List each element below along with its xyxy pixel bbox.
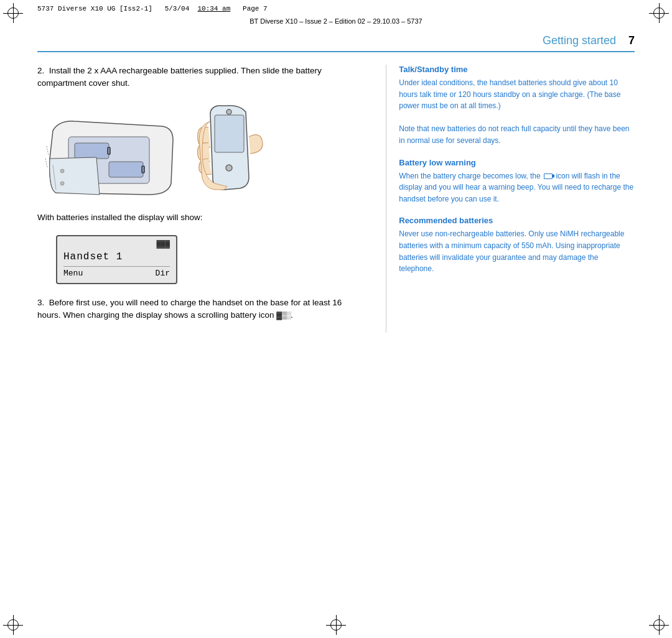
section3-heading: Recommended batteries — [399, 216, 635, 225]
header-subtitle: BT Diverse X10 – Issue 2 – Edition 02 – … — [0, 17, 672, 25]
section2-heading: Battery low warning — [399, 158, 635, 167]
header-top-text: 5737 Diverse X10 UG [Iss2-1] 5/3/04 10:3… — [37, 5, 268, 12]
svg-line-8 — [47, 146, 49, 155]
hand-illustration — [193, 103, 280, 196]
battery-icon-display: ▓▓▓ — [156, 240, 170, 249]
display-main-text: Handset 1 — [63, 251, 170, 262]
svg-point-12 — [226, 165, 232, 171]
svg-rect-1 — [75, 143, 109, 159]
step-3-number: 3. — [37, 298, 44, 307]
header-top: 5737 Diverse X10 UG [Iss2-1] 5/3/04 10:3… — [37, 5, 635, 12]
right-column: Talk/Standby time Under ideal conditions… — [386, 65, 635, 333]
page-title: Getting started — [543, 34, 616, 47]
section1-body: Under ideal conditions, the handset batt… — [399, 77, 635, 147]
images-row — [37, 103, 367, 196]
step-3-text: Before first use, you will need to charg… — [37, 298, 342, 320]
display-bottom-row: Menu Dir — [63, 266, 170, 278]
page-content: Getting started 7 2. Install the 2 x AAA… — [37, 34, 635, 613]
svg-rect-10 — [215, 115, 244, 152]
svg-line-9 — [45, 159, 47, 168]
reg-mark-bottom-right — [653, 619, 665, 631]
display-caption: With batteries installed the display wil… — [37, 211, 367, 224]
section3-body: Never use non-rechargeable batteries. On… — [399, 228, 635, 274]
left-column: 2. Install the 2 x AAA rechargeable batt… — [37, 65, 367, 333]
reg-mark-bottom-left — [7, 619, 19, 631]
display-menu: Menu — [63, 269, 83, 278]
section1-heading: Talk/Standby time — [399, 65, 635, 74]
step-2-text: Install the 2 x AAA rechargeable batteri… — [37, 66, 322, 88]
step-2: 2. Install the 2 x AAA rechargeable batt… — [37, 65, 367, 90]
display-mockup: ▓▓▓ Handset 1 Menu Dir — [56, 235, 177, 284]
step-3: 3. Before first use, you will need to ch… — [37, 297, 367, 322]
display-dir: Dir — [156, 269, 170, 278]
display-top-bar: ▓▓▓ — [63, 240, 170, 249]
step-2-number: 2. — [37, 66, 44, 75]
section2-body: When the battery charge becomes low, the… — [399, 170, 635, 205]
svg-rect-4 — [142, 166, 144, 173]
scroll-battery-icon: ▓▒░ — [276, 310, 291, 321]
svg-point-7 — [60, 182, 64, 185]
svg-point-11 — [226, 109, 231, 114]
reg-mark-bottom-middle — [330, 619, 342, 631]
two-col-layout: 2. Install the 2 x AAA rechargeable batt… — [37, 65, 635, 333]
svg-rect-2 — [108, 147, 110, 154]
page-header: Getting started 7 — [37, 34, 635, 52]
battery-icon-inline — [544, 173, 553, 179]
svg-point-6 — [60, 169, 64, 173]
battery-compartment-illustration — [37, 103, 180, 196]
page-number: 7 — [628, 34, 635, 47]
svg-rect-3 — [109, 162, 143, 177]
